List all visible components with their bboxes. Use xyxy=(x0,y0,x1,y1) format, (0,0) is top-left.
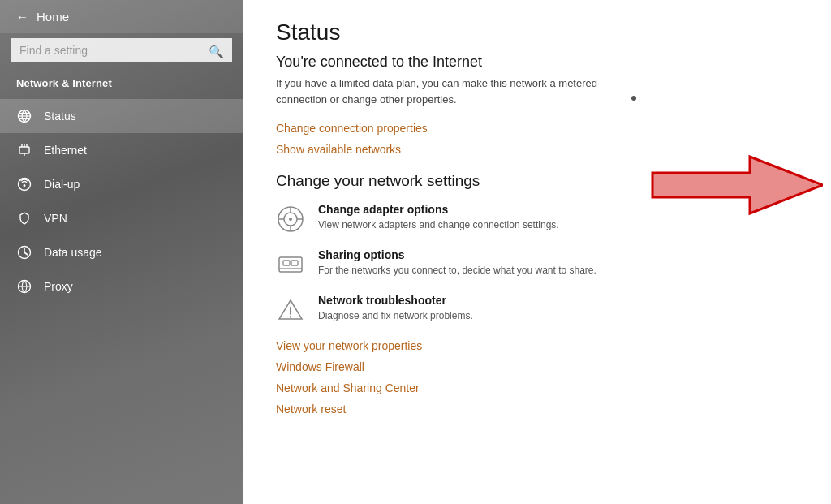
svg-point-7 xyxy=(24,184,26,187)
sidebar: ← Home 🔍 Network & Internet Status xyxy=(0,0,243,504)
sidebar-item-ethernet[interactable]: Ethernet xyxy=(0,133,243,167)
sidebar-home-button[interactable]: ← Home xyxy=(0,0,243,33)
sidebar-item-dialup-label: Dial-up xyxy=(44,178,80,191)
search-wrap: 🔍 xyxy=(0,33,243,71)
search-button[interactable]: 🔍 xyxy=(207,43,226,61)
troubleshooter-option[interactable]: Network troubleshooter Diagnose and fix … xyxy=(276,294,799,325)
sidebar-item-vpn-label: VPN xyxy=(44,212,67,225)
connected-desc: If you have a limited data plan, you can… xyxy=(276,75,617,107)
show-networks-link[interactable]: Show available networks xyxy=(276,143,799,156)
troubleshooter-icon xyxy=(276,295,305,325)
main-content: Status You're connected to the Internet … xyxy=(243,0,831,443)
adapter-option[interactable]: Change adapter options View network adap… xyxy=(276,203,799,234)
section-title: Network & Internet xyxy=(0,71,243,99)
sidebar-item-vpn[interactable]: VPN xyxy=(0,201,243,235)
troubleshooter-option-title: Network troubleshooter xyxy=(318,294,473,307)
svg-point-22 xyxy=(290,316,292,318)
windows-firewall-link[interactable]: Windows Firewall xyxy=(276,360,799,373)
sharing-option-title: Sharing options xyxy=(318,248,596,261)
change-connection-link[interactable]: Change connection properties xyxy=(276,122,799,135)
sidebar-item-status[interactable]: Status xyxy=(0,99,243,133)
sidebar-item-proxy[interactable]: Proxy xyxy=(0,269,243,304)
adapter-option-desc: View network adapters and change connect… xyxy=(318,218,559,232)
home-icon: ← xyxy=(16,10,28,24)
bottom-links: View your network properties Windows Fir… xyxy=(276,339,799,416)
globe-icon xyxy=(16,108,32,124)
sidebar-item-ethernet-label: Ethernet xyxy=(44,144,87,157)
network-reset-link[interactable]: Network reset xyxy=(276,403,799,416)
vpn-icon xyxy=(16,210,32,226)
network-sharing-center-link[interactable]: Network and Sharing Center xyxy=(276,381,799,394)
sidebar-item-dialup[interactable]: Dial-up xyxy=(0,167,243,201)
svg-rect-18 xyxy=(283,261,290,265)
ethernet-icon xyxy=(16,142,32,158)
search-input[interactable] xyxy=(11,38,232,62)
sidebar-item-datausage-label: Data usage xyxy=(44,246,102,259)
adapter-option-title: Change adapter options xyxy=(318,203,559,216)
dialup-icon xyxy=(16,176,32,192)
sharing-option[interactable]: Sharing options For the networks you con… xyxy=(276,248,799,279)
sidebar-item-datausage[interactable]: Data usage xyxy=(0,235,243,269)
datausage-icon xyxy=(16,244,32,261)
svg-rect-17 xyxy=(279,257,302,272)
view-network-props-link[interactable]: View your network properties xyxy=(276,339,799,352)
svg-rect-1 xyxy=(19,147,29,153)
connected-heading: You're connected to the Internet xyxy=(276,54,799,71)
main-wrapper: Status You're connected to the Internet … xyxy=(243,0,831,504)
svg-rect-19 xyxy=(291,261,298,265)
svg-point-12 xyxy=(289,218,292,221)
troubleshooter-option-desc: Diagnose and fix network problems. xyxy=(318,309,473,323)
sidebar-item-proxy-label: Proxy xyxy=(44,280,73,293)
adapter-icon xyxy=(276,205,305,234)
change-network-heading: Change your network settings xyxy=(276,172,799,190)
page-title: Status xyxy=(276,19,799,45)
sidebar-nav: Status Ethernet xyxy=(0,99,243,304)
proxy-icon xyxy=(16,278,32,295)
home-label: Home xyxy=(37,10,69,24)
sharing-option-desc: For the networks you connect to, decide … xyxy=(318,264,596,278)
dot-indicator xyxy=(631,96,636,101)
sidebar-item-status-label: Status xyxy=(44,110,76,123)
sharing-icon xyxy=(276,250,305,279)
